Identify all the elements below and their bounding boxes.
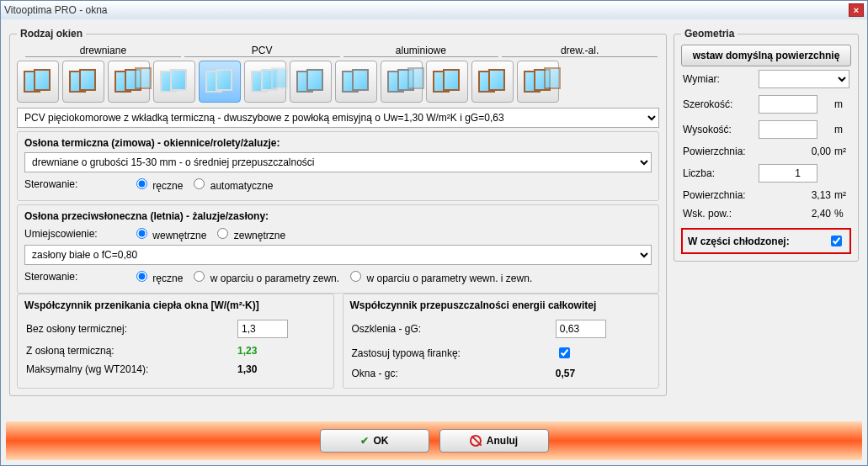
content: Rodzaj okien drewniane PCV aluminiowe dr…: [1, 19, 867, 421]
type-pvc-3[interactable]: [244, 61, 286, 103]
pow1-value: 0,00: [757, 142, 833, 161]
szer-label: Szerokość:: [681, 92, 757, 117]
bez-label: Bez osłony termicznej:: [24, 316, 236, 342]
zimowa-auto-radio[interactable]: [194, 178, 205, 189]
szer-input[interactable]: [759, 95, 817, 114]
wymiar-dropdown[interactable]: [759, 70, 849, 88]
wstaw-powierzchnie-button[interactable]: wstaw domyślną powierzchnię: [681, 45, 851, 66]
chlodzona-highlight: W części chłodzonej:: [681, 228, 851, 254]
letnia-dropdown[interactable]: zasłony białe o fC=0,80: [24, 245, 652, 265]
pow1-label: Powierzchnia:: [681, 142, 757, 161]
type-wood-3[interactable]: [108, 61, 150, 103]
wymiar-label: Wymiar:: [681, 66, 757, 92]
chlodzona-label: W części chłodzonej:: [688, 236, 790, 247]
osz-input[interactable]: [556, 320, 606, 338]
check-icon: ✔: [360, 435, 369, 447]
cat-drew-al: drew.-al.: [502, 45, 658, 57]
oslona-zimowa-group: Osłona termiczna (zimowa) - okiennice/ro…: [17, 131, 659, 201]
coef-u-group: Współczynnik przenikania ciepła okna [W/…: [17, 294, 334, 389]
category-labels: drewniane PCV aluminiowe drew.-al.: [24, 45, 659, 57]
oslona-letnia-group: Osłona przeciwsłoneczna (letnia) - żaluz…: [17, 204, 659, 294]
max-value: 1,30: [236, 360, 327, 379]
right-panel: Geometria wstaw domyślną powierzchnię Wy…: [674, 28, 859, 413]
unit-m2-2: m²: [833, 186, 851, 204]
unit-m-2: m: [833, 117, 851, 142]
zimowa-auto[interactable]: automatyczne: [189, 176, 273, 192]
type-wood-2[interactable]: [62, 61, 104, 103]
cat-pcv: PCV: [184, 45, 340, 57]
liczba-input[interactable]: [759, 164, 817, 183]
rodzaj-okien-group: Rodzaj okien drewniane PCV aluminiowe dr…: [9, 28, 667, 396]
z-label: Z osłoną termiczną:: [24, 342, 236, 360]
zimowa-sterowanie-label: Sterowanie:: [24, 178, 125, 190]
window-type-icons: [17, 61, 659, 103]
zimowa-reczne-radio[interactable]: [136, 178, 147, 189]
geometria-group: Geometria wstaw domyślną powierzchnię Wy…: [674, 28, 859, 262]
wys-label: Wysokość:: [681, 117, 757, 142]
pow2-label: Powierzchnia:: [681, 186, 757, 204]
titlebar: Vitooptima PRO - okna ×: [1, 1, 867, 19]
chlodzona-checkbox[interactable]: [831, 236, 842, 246]
zimowa-dropdown[interactable]: drewniane o grubości 15-30 mm - o średni…: [24, 152, 652, 172]
umiej-wewn[interactable]: wewnętrzne: [132, 225, 206, 241]
type-wood-1[interactable]: [17, 61, 59, 103]
letnia-reczne-radio[interactable]: [136, 271, 147, 282]
zimowa-hdr: Osłona termiczna (zimowa) - okiennice/ro…: [24, 137, 652, 149]
type-al-2[interactable]: [335, 61, 377, 103]
fir-checkbox[interactable]: [559, 347, 570, 358]
umiej-wewn-radio[interactable]: [136, 228, 147, 239]
letnia-ster-label: Sterowanie:: [24, 271, 125, 283]
left-panel: Rodzaj okien drewniane PCV aluminiowe dr…: [9, 28, 667, 413]
type-al-1[interactable]: [290, 61, 332, 103]
type-mix-2[interactable]: [471, 61, 514, 103]
unit-m-1: m: [833, 92, 851, 117]
letnia-wewn-zewn-radio[interactable]: [350, 271, 361, 282]
zimowa-reczne[interactable]: ręczne: [132, 176, 183, 192]
okna-label: Okna - gc:: [350, 364, 554, 383]
umiej-zewn-radio[interactable]: [217, 228, 228, 239]
pow2-value: 3,13: [757, 186, 833, 204]
liczba-label: Liczba:: [681, 161, 757, 186]
wsk-value: 2,40: [757, 204, 833, 223]
cat-drewniane: drewniane: [25, 45, 181, 57]
max-label: Maksymalny (wg WT2014):: [24, 360, 236, 379]
letnia-zewn[interactable]: w oparciu o parametry zewn.: [189, 268, 339, 284]
dialog-window: Vitooptima PRO - okna × Rodzaj okien dre…: [0, 0, 868, 466]
unit-pct: %: [833, 204, 851, 223]
bez-input[interactable]: [237, 320, 288, 338]
letnia-wewn-zewn[interactable]: w oparciu o parametry wewn. i zewn.: [346, 268, 532, 284]
wsk-label: Wsk. pow.:: [681, 204, 757, 223]
umiej-zewn[interactable]: zewnętrzne: [213, 225, 285, 241]
okna-value: 0,57: [554, 364, 652, 383]
coef-u-hdr: Współczynnik przenikania ciepła okna [W/…: [24, 299, 327, 311]
z-value: 1,23: [236, 342, 327, 360]
window-title: Vitooptima PRO - okna: [4, 4, 849, 16]
fir-label: Zastosuj typową firankę:: [350, 342, 554, 364]
cancel-button[interactable]: Anuluj: [439, 429, 549, 453]
geo-legend: Geometria: [681, 28, 738, 40]
umiej-label: Umiejscowienie:: [24, 228, 125, 240]
window-spec-dropdown[interactable]: PCV pięciokomorowe z wkładką termiczną -…: [17, 108, 659, 128]
letnia-reczne[interactable]: ręczne: [132, 268, 183, 284]
wys-input[interactable]: [759, 120, 817, 139]
coef-wrap: Współczynnik przenikania ciepła okna [W/…: [17, 294, 659, 389]
footer: ✔OK Anuluj: [6, 421, 862, 460]
coef-g-group: Współczynnik przepuszczalności energii c…: [343, 294, 660, 389]
letnia-hdr: Osłona przeciwsłoneczna (letnia) - żaluz…: [24, 210, 652, 222]
unit-m2-1: m²: [833, 142, 851, 161]
type-mix-3[interactable]: [517, 61, 559, 103]
cancel-icon: [470, 435, 482, 447]
type-pvc-2-selected[interactable]: [199, 61, 241, 103]
ok-button[interactable]: ✔OK: [320, 429, 429, 453]
type-al-3[interactable]: [381, 61, 423, 103]
rodzaj-legend: Rodzaj okien: [17, 28, 86, 40]
close-icon[interactable]: ×: [849, 3, 864, 17]
cat-aluminiowe: aluminiowe: [343, 45, 499, 57]
type-pvc-1[interactable]: [153, 61, 195, 103]
coef-g-hdr: Współczynnik przepuszczalności energii c…: [350, 299, 652, 311]
letnia-zewn-radio[interactable]: [194, 271, 205, 282]
osz-label: Oszklenia - gG:: [350, 316, 554, 342]
type-mix-1[interactable]: [426, 61, 468, 103]
